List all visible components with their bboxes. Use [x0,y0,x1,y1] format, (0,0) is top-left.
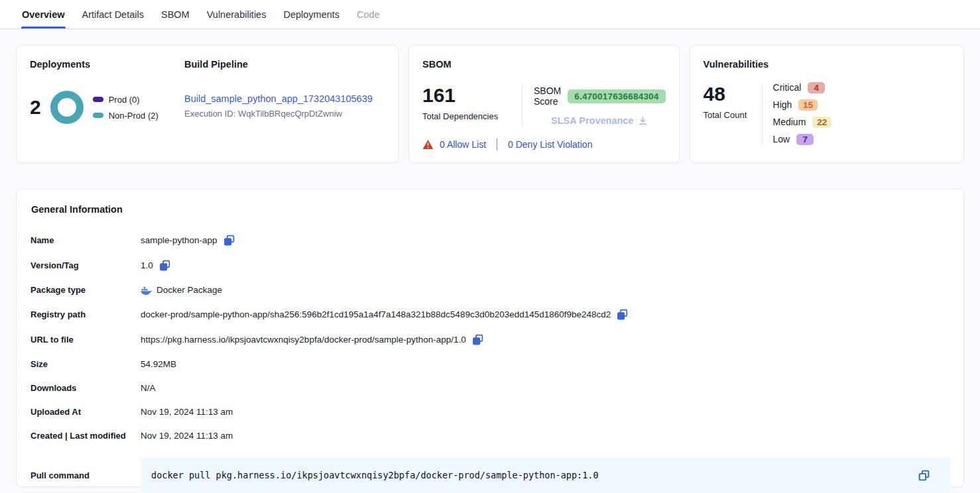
copy-outline-icon [918,469,930,482]
copy-icon [223,235,235,246]
download-icon [638,116,648,126]
summary-cards-row: Deployments 2 Prod (0) Non-Prod (2) [16,45,964,163]
row-version-tag: Version/Tag 1.0 [30,260,950,271]
artifact-overview-page: Overview Artifact Details SBOM Vulnerabi… [0,0,980,487]
sbom-title: SBOM [422,59,666,70]
row-uploaded-at: Uploaded At Nov 19, 2024 11:13 am [30,407,950,417]
pipeline-link[interactable]: Build_sample_python_app_1732043105639 [184,93,373,104]
allow-list-link[interactable]: 0 Allow List [440,139,486,150]
deny-list-link[interactable]: 0 Deny List Violation [508,139,592,150]
tab-sbom[interactable]: SBOM [160,0,190,28]
high-label: High [773,99,792,110]
docker-whale-icon [141,286,152,295]
warning-triangle-icon [422,139,434,150]
tab-artifact-details[interactable]: Artifact Details [82,0,145,28]
high-count-badge: 15 [798,99,818,111]
severity-row-medium: Medium 22 [773,116,832,128]
row-name: Name sample-python-app [30,235,950,246]
vulnerabilities-total-label: Total Count [704,110,762,120]
pull-command-value: docker pull pkg.harness.io/ikpsjoavtcwxn… [151,470,599,480]
registry-path-label: Registry path [31,309,141,319]
downloads-value: N/A [141,383,156,393]
slsa-provenance-label: SLSA Provenance [551,115,633,126]
package-type-value: Docker Package [156,285,222,295]
tab-code: Code [356,0,381,28]
sbom-score-section: SBOM Score 6.470017636684304 SLSA Proven… [522,85,666,126]
copy-name-button[interactable] [223,235,235,246]
row-downloads: Downloads N/A [30,383,950,393]
low-count-badge: 7 [796,134,814,145]
medium-label: Medium [773,117,806,127]
nonprod-legend-label: Non-Prod (2) [109,111,158,121]
size-label: Size [31,359,141,369]
copy-icon [472,334,483,345]
vulnerabilities-card: Vulnerabilities 48 Total Count Critical … [690,45,964,163]
prod-legend-label: Prod (0) [109,95,140,105]
general-information-card: General Information Name sample-python-a… [16,189,964,487]
deployments-legend: Prod (0) Non-Prod (2) [93,95,158,121]
critical-count-badge: 4 [808,82,825,93]
copy-version-button[interactable] [159,260,170,271]
uploaded-at-value: Nov 19, 2024 11:13 am [141,407,233,417]
low-label: Low [773,134,790,144]
vulnerabilities-total-count: 48 [704,83,725,105]
build-pipeline-section: Build Pipeline Build_sample_python_app_1… [184,59,385,149]
copy-url-button[interactable] [472,334,483,345]
tab-bar: Overview Artifact Details SBOM Vulnerabi… [0,0,980,29]
uploaded-at-label: Uploaded At [31,407,141,417]
legend-item-nonprod: Non-Prod (2) [93,111,158,121]
url-to-file-label: URL to file [31,335,141,345]
vulnerabilities-title: Vulnerabilities [704,59,950,70]
tab-vulnerabilities[interactable]: Vulnerabilities [206,0,267,28]
version-tag-value: 1.0 [141,260,153,270]
row-pull-command: Pull command docker pull pkg.harness.io/… [30,458,950,492]
row-registry-path: Registry path docker-prod/sample-python-… [30,309,950,320]
sbom-total-label: Total Dependencies [422,111,522,121]
tab-deployments[interactable]: Deployments [282,0,340,28]
pull-command-box: docker pull pkg.harness.io/ikpsjoavtcwxn… [141,458,950,492]
nonprod-swatch-icon [93,113,103,118]
sbom-total-count: 161 [422,84,456,106]
legend-item-prod: Prod (0) [93,95,158,105]
copy-registry-path-button[interactable] [617,309,628,320]
severity-list: Critical 4 High 15 Medium 22 Low 7 [763,82,832,145]
created-modified-label: Created | Last modified [31,431,141,441]
row-package-type: Package type Docker Package [30,285,950,295]
url-to-file-value: https://pkg.harness.io/ikpsjoavtcwxnqisy… [141,335,466,345]
slsa-provenance-link[interactable]: SLSA Provenance [534,115,666,126]
medium-count-badge: 22 [812,117,831,128]
copy-icon [159,260,170,271]
severity-row-critical: Critical 4 [773,82,832,93]
copy-icon [617,309,628,320]
row-url-to-file: URL to file https://pkg.harness.io/ikpsj… [30,334,950,345]
created-modified-value: Nov 19, 2024 11:13 am [141,431,233,441]
critical-label: Critical [773,82,802,93]
name-value: sample-python-app [141,235,217,245]
vulnerabilities-total-section: 48 Total Count [704,84,762,145]
tab-overview[interactable]: Overview [21,0,66,28]
deployments-total-count: 2 [30,97,41,117]
row-created-modified: Created | Last modified Nov 19, 2024 11:… [30,431,950,441]
copy-pull-command-button[interactable] [918,469,930,482]
general-information-title: General Information [31,204,950,215]
pull-command-label: Pull command [31,470,141,480]
sbom-total-section: 161 Total Dependencies [422,85,522,126]
build-pipeline-title: Build Pipeline [184,59,385,70]
row-size: Size 54.92MB [30,359,950,369]
downloads-label: Downloads [31,383,141,393]
deployments-section: Deployments 2 Prod (0) Non-Prod (2) [30,59,184,149]
sbom-score-badge: 6.470017636684304 [568,89,665,103]
registry-path-value: docker-prod/sample-python-app/sha256:596… [141,309,611,319]
name-label: Name [31,235,141,245]
size-value: 54.92MB [141,359,176,369]
sbom-score-label: SBOM Score [534,85,561,107]
sbom-policy-links: 0 Allow List 0 Deny List Violation [422,138,666,150]
links-divider [497,138,497,150]
severity-row-low: Low 7 [773,133,832,145]
sbom-card: SBOM 161 Total Dependencies SBOM Score 6… [408,45,680,163]
execution-id-text: Execution ID: WqkTilbBRqecQrpDtZwniw [184,109,385,119]
version-tag-label: Version/Tag [31,260,141,270]
package-type-label: Package type [31,285,141,295]
deployments-donut-chart [50,91,84,124]
deployments-title: Deployments [30,59,184,70]
